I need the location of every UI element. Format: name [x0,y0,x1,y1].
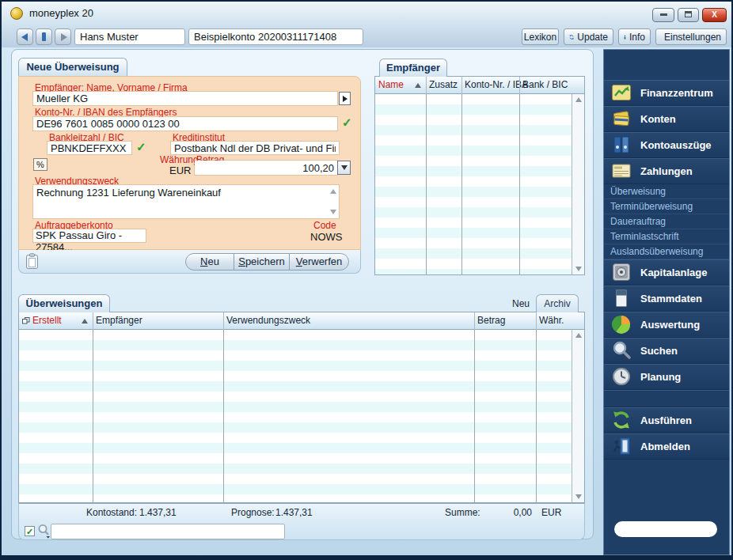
pause-icon [42,32,46,41]
title-bar[interactable]: moneyplex 20 X [2,2,731,25]
info-button[interactable]: Info [618,28,651,45]
amount-dropdown-button[interactable] [337,161,351,175]
save-button-label: Speichern [234,254,289,270]
column-divider [93,330,93,502]
search-input[interactable] [51,524,285,539]
column-divider [474,312,475,330]
settings-button-label: Einstellungen [664,32,721,43]
column-divider [519,77,520,94]
search-icon[interactable] [37,524,51,539]
account-field[interactable] [188,28,363,45]
sidebar-item-label: Planung [640,371,681,383]
iban-valid-check-icon: ✓ [342,115,352,130]
minimize-button[interactable] [652,8,674,22]
recipient-input[interactable] [33,92,337,105]
discard-button-label: Verwerfen [290,254,348,270]
sidebar-item-konten[interactable]: Konten [604,106,729,132]
iban-input[interactable] [33,117,337,131]
card-index-icon [611,288,632,308]
recipients-scrollbar[interactable] [572,94,584,274]
sidebar-item-planung[interactable]: Planung [604,364,729,390]
chart-icon [611,82,632,103]
sidebar-subitem-terminlastschrift[interactable]: Terminlastschrift [604,229,729,244]
sidebar-item-finanzzentrum[interactable]: Finanzzentrum [604,80,729,106]
transfers-table-body[interactable] [19,330,572,502]
sidebar-subitem-ueberweisung[interactable]: Überweisung [604,184,729,199]
bic-valid-check-icon: ✓ [136,140,146,154]
app-window: moneyplex 20 X Lexikon Update [0,0,733,560]
recipients-table: Name Zusatz Konto-Nr. / IBA Bank / BIC [374,76,585,275]
column-divider [519,94,520,274]
sidebar-item-auswertung[interactable]: Auswertung [604,312,729,338]
close-button[interactable]: X [702,8,727,22]
iban-label: Konto-Nr. / IBAN des Empfängers [35,107,177,118]
tab-recipients[interactable]: Empfänger [379,59,447,77]
sidebar-spacer [604,50,729,80]
sum-label: Summe: [445,507,480,518]
sidebar-item-label: Auswertung [640,319,700,331]
scroll-down-icon[interactable] [575,267,582,271]
sidebar-item-label: Ausführen [640,414,692,426]
sidebar-subitem-terminueberweisung[interactable]: Terminüberweisung [604,199,729,214]
amount-input[interactable] [195,161,337,175]
percent-button[interactable]: % [33,158,47,171]
transfers-mode-label[interactable]: Neu [512,298,530,309]
recipients-col-zusatz[interactable]: Zusatz [429,79,458,90]
nav-back-button[interactable] [17,28,33,45]
search-filter-checkbox[interactable]: ✓ [25,526,35,536]
nav-pause-button[interactable] [36,28,52,45]
sidebar-item-suchen[interactable]: Suchen [604,338,729,364]
sidebar-item-stammdaten[interactable]: Stammdaten [604,286,729,312]
save-button[interactable]: Speichern [234,253,290,271]
maximize-button[interactable] [678,8,699,22]
scroll-up-icon[interactable] [575,97,582,102]
pie-chart-icon [611,314,632,335]
scroll-up-icon[interactable] [575,333,582,338]
logout-door-icon [611,436,632,456]
ordering-account-value[interactable]: SPK Passau Giro - 27584... [33,229,146,242]
transfers-col-waehrung[interactable]: Währ. [539,315,564,326]
bic-input[interactable] [47,142,131,154]
sidebar-item-zahlungen[interactable]: Zahlungen [604,158,729,184]
purpose-box: Rechnung 1231 Lieferung Wareneinkauf [33,185,339,218]
sidebar-item-ausfuehren[interactable]: Ausführen [604,407,729,433]
scroll-down-icon[interactable] [575,494,582,499]
sidebar-item-abmelden[interactable]: Abmelden [604,433,729,460]
sidebar-item-label: Stammdaten [640,293,702,305]
recipients-col-name[interactable]: Name [378,79,404,90]
new-button[interactable]: Neu [185,253,234,271]
sidebar-item-kontoauszuege[interactable]: Kontoauszüge [604,132,729,158]
column-divider [223,330,224,502]
transfers-table: Erstellt Empfänger Verwendungszweck Betr… [18,312,585,503]
app-body: Neue Überweisung Empfänger: Name, Vornam… [2,47,731,555]
transfers-col-verwendungszweck[interactable]: Verwendungszweck [226,315,310,326]
clipboard-icon[interactable] [25,253,39,270]
nav-forward-button[interactable] [55,28,71,45]
update-refresh-icon [569,32,574,43]
transfers-scrollbar[interactable] [572,330,584,502]
recipients-table-body[interactable] [375,94,572,274]
app-coin-icon [10,7,23,20]
transfers-col-empfaenger[interactable]: Empfänger [96,315,142,326]
tab-transfers[interactable]: Überweisungen [18,294,110,312]
recipient-picker-button[interactable] [339,92,351,105]
tab-new-transfer[interactable]: Neue Überweisung [18,58,127,76]
scroll-down-icon[interactable] [330,210,336,214]
transfers-col-betrag[interactable]: Betrag [477,315,505,326]
sidebar-item-label: Abmelden [640,441,690,452]
bank-input[interactable] [171,142,339,154]
lexikon-button[interactable]: Lexikon [522,28,559,45]
balance-value: 1.437,31 [139,507,177,518]
transfers-col-erstellt[interactable]: Erstellt [32,315,62,326]
sidebar-item-kapitalanlage[interactable]: Kapitalanlage [604,259,729,286]
tab-archive[interactable]: Archiv [536,294,579,312]
sidebar-subitem-dauerauftrag[interactable]: Dauerauftrag [604,214,729,229]
sidebar-subitem-auslandsueberweisung[interactable]: Auslandsüberweisung [604,244,729,259]
discard-button[interactable]: Verwerfen [289,253,349,271]
settings-button[interactable]: Einstellungen [655,28,727,45]
scroll-up-icon[interactable] [330,189,336,194]
update-button[interactable]: Update [564,28,613,45]
recipients-col-bank[interactable]: Bank / BIC [522,79,568,90]
user-field[interactable] [74,28,185,45]
purpose-textarea[interactable]: Rechnung 1231 Lieferung Wareneinkauf [33,185,339,218]
